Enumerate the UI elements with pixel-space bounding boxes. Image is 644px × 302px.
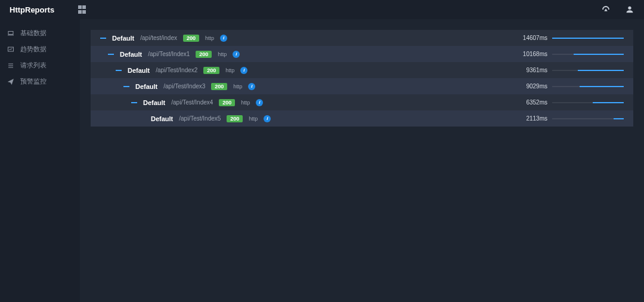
- trace-row[interactable]: Default/api/Test/Index5200httpi2113ms: [91, 110, 633, 127]
- duration-bar-fill: [552, 38, 624, 39]
- grid-menu-icon[interactable]: [78, 5, 86, 14]
- route-path: /api/Test/Index3: [163, 83, 205, 90]
- collapse-icon[interactable]: [131, 102, 137, 103]
- info-icon[interactable]: i: [240, 67, 247, 74]
- status-badge: 200: [219, 99, 235, 106]
- trace-panel: Default/api/test/index200httpi14607msDef…: [91, 30, 633, 127]
- trace-row-left: Default/api/Test/Index5200httpi: [139, 115, 271, 122]
- info-icon[interactable]: i: [220, 35, 227, 42]
- trace-row-right: 6352ms: [526, 99, 633, 106]
- trace-row-right: 9029ms: [526, 83, 633, 90]
- protocol-label: http: [241, 100, 250, 106]
- service-name: Default: [112, 35, 134, 42]
- duration-bar-fill: [578, 70, 624, 71]
- trace-row-right: 9361ms: [526, 67, 633, 73]
- duration-bar-track: [552, 86, 624, 87]
- sidebar-item-request-list[interactable]: 请求列表: [0, 57, 80, 73]
- dashboard-icon[interactable]: [601, 5, 611, 14]
- protocol-label: http: [233, 84, 242, 90]
- chart-icon: [7, 46, 14, 53]
- collapse-icon[interactable]: [123, 86, 129, 87]
- app-title: HttpReports: [10, 5, 54, 14]
- service-name: Default: [135, 83, 157, 90]
- status-badge: 200: [196, 51, 212, 58]
- trace-row[interactable]: Default/api/Test/Index1200httpi10168ms: [91, 46, 633, 62]
- trace-row-right: 14607ms: [523, 35, 633, 41]
- status-badge: 200: [183, 35, 199, 42]
- route-path: /api/test/index: [140, 35, 177, 41]
- duration-label: 14607ms: [523, 35, 547, 41]
- duration-label: 9361ms: [526, 67, 547, 73]
- duration-bar-fill: [580, 86, 624, 87]
- service-name: Default: [143, 99, 165, 106]
- status-badge: 200: [227, 115, 243, 122]
- sidebar-item-label: 预警监控: [20, 77, 47, 86]
- sidebar-item-trend-data[interactable]: 趋势数据: [0, 41, 80, 57]
- duration-bar-track: [552, 118, 624, 119]
- send-icon: [7, 78, 14, 85]
- app-header: HttpReports: [0, 0, 644, 19]
- status-badge: 200: [203, 67, 219, 74]
- main-content: Default/api/test/index200httpi14607msDef…: [80, 19, 644, 302]
- route-path: /api/Test/Index5: [179, 115, 221, 122]
- collapse-icon[interactable]: [108, 54, 114, 55]
- trace-row-right: 10168ms: [523, 51, 633, 57]
- protocol-label: http: [225, 67, 234, 73]
- duration-label: 9029ms: [526, 83, 547, 90]
- route-path: /api/Test/Index2: [156, 67, 197, 73]
- info-icon[interactable]: i: [233, 51, 240, 58]
- trace-row-left: Default/api/test/index200httpi: [100, 35, 227, 42]
- sidebar-item-alert-monitor[interactable]: 预警监控: [0, 73, 80, 90]
- header-left: HttpReports: [10, 5, 86, 14]
- trace-row[interactable]: Default/api/Test/Index2200httpi9361ms: [91, 62, 633, 78]
- info-icon[interactable]: i: [248, 83, 255, 90]
- duration-bar-track: [552, 38, 624, 39]
- sidebar-item-label: 趋势数据: [20, 45, 47, 54]
- duration-bar-track: [552, 54, 624, 55]
- collapse-icon[interactable]: [100, 38, 106, 39]
- collapse-icon[interactable]: [116, 70, 122, 71]
- protocol-label: http: [218, 51, 227, 57]
- trace-row-left: Default/api/Test/Index1200httpi: [108, 51, 240, 58]
- info-icon[interactable]: i: [264, 115, 271, 122]
- header-right: [601, 5, 634, 14]
- route-path: /api/Test/Index1: [148, 51, 190, 57]
- user-icon[interactable]: [625, 5, 634, 14]
- route-path: /api/Test/Index4: [171, 99, 213, 106]
- duration-bar-fill: [593, 102, 624, 103]
- info-icon[interactable]: i: [256, 99, 263, 106]
- duration-label: 6352ms: [526, 99, 547, 106]
- duration-label: 2113ms: [526, 115, 547, 122]
- sidebar: 基础数据 趋势数据 请求列表 预警监控: [0, 19, 80, 302]
- trace-row-left: Default/api/Test/Index4200httpi: [131, 99, 263, 106]
- sidebar-item-label: 请求列表: [20, 61, 47, 70]
- protocol-label: http: [205, 35, 214, 41]
- laptop-icon: [7, 30, 14, 37]
- duration-label: 10168ms: [523, 51, 547, 57]
- trace-row-left: Default/api/Test/Index3200httpi: [123, 83, 255, 90]
- list-icon: [7, 62, 14, 69]
- trace-row[interactable]: Default/api/test/index200httpi14607ms: [91, 30, 633, 46]
- sidebar-item-label: 基础数据: [20, 29, 47, 38]
- protocol-label: http: [249, 116, 258, 122]
- duration-bar-fill: [614, 118, 624, 119]
- layout: 基础数据 趋势数据 请求列表 预警监控 Default/api/test/ind…: [0, 19, 644, 302]
- svg-rect-0: [8, 31, 13, 34]
- sidebar-item-basic-data[interactable]: 基础数据: [0, 25, 80, 41]
- duration-bar-fill: [574, 54, 624, 55]
- duration-bar-track: [552, 102, 624, 103]
- trace-row[interactable]: Default/api/Test/Index3200httpi9029ms: [91, 78, 633, 94]
- trace-row-left: Default/api/Test/Index2200httpi: [116, 67, 247, 74]
- status-badge: 200: [211, 83, 227, 90]
- trace-row-right: 2113ms: [526, 115, 633, 122]
- service-name: Default: [120, 51, 142, 58]
- service-name: Default: [128, 67, 150, 74]
- trace-row[interactable]: Default/api/Test/Index4200httpi6352ms: [91, 94, 633, 110]
- service-name: Default: [151, 115, 173, 122]
- duration-bar-track: [552, 70, 624, 71]
